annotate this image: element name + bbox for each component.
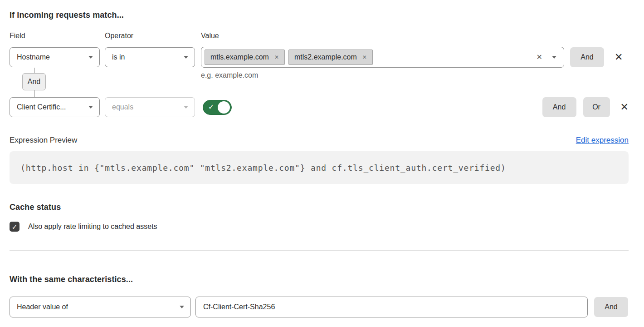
condition-row-2: Client Certific... equals ✓ And Or ✕ bbox=[10, 97, 629, 117]
value-multiselect[interactable]: mtls.example.com ✕ mtls2.example.com ✕ ✕ bbox=[201, 47, 564, 68]
value-tag: mtls2.example.com ✕ bbox=[288, 50, 373, 65]
chevron-down-icon bbox=[88, 56, 93, 59]
connector-and-button[interactable]: And bbox=[22, 73, 46, 90]
value-hint: e.g. example.com bbox=[201, 71, 258, 79]
chevron-down-icon bbox=[180, 306, 184, 308]
expression-preview-header: Expression Preview Edit expression bbox=[10, 136, 629, 145]
expression-preview-label: Expression Preview bbox=[10, 136, 77, 145]
column-labels: Field Operator Value bbox=[10, 32, 629, 40]
characteristics-title: With the same characteristics... bbox=[10, 275, 629, 284]
cache-checkbox-label: Also apply rate limiting to cached asset… bbox=[28, 223, 157, 231]
characteristic-select[interactable]: Header value of bbox=[10, 297, 191, 317]
multiselect-controls: ✕ bbox=[537, 54, 556, 61]
remove-tag-icon[interactable]: ✕ bbox=[274, 54, 279, 60]
field-select-1-value: Hostname bbox=[17, 53, 50, 61]
value-tag: mtls.example.com ✕ bbox=[205, 50, 285, 65]
expression-code-block: (http.host in {"mtls.example.com" "mtls2… bbox=[10, 151, 629, 184]
operator-column-label: Operator bbox=[105, 32, 201, 40]
chevron-down-icon bbox=[184, 106, 188, 109]
chevron-down-icon[interactable] bbox=[552, 56, 556, 59]
characteristic-select-value: Header value of bbox=[17, 303, 68, 311]
field-select-2-value: Client Certific... bbox=[17, 103, 66, 111]
close-icon[interactable]: ✕ bbox=[615, 52, 623, 62]
operator-select-2: equals bbox=[105, 97, 195, 117]
value-tag-text: mtls.example.com bbox=[210, 53, 269, 61]
value-column-label: Value bbox=[201, 32, 219, 40]
condition-row-1: Hostname is in mtls.example.com ✕ mtls2.… bbox=[10, 47, 629, 68]
operator-select-1[interactable]: is in bbox=[105, 47, 195, 67]
field-select-1[interactable]: Hostname bbox=[10, 47, 100, 67]
characteristics-row: Header value of And bbox=[10, 297, 629, 317]
section-divider bbox=[10, 250, 629, 251]
and-button-row1[interactable]: And bbox=[570, 47, 604, 67]
operator-select-2-value: equals bbox=[112, 103, 133, 111]
rule-builder: If incoming requests match... Field Oper… bbox=[0, 0, 644, 317]
expression-code: (http.host in {"mtls.example.com" "mtls2… bbox=[20, 163, 506, 173]
checkmark-icon: ✓ bbox=[12, 223, 18, 230]
cache-checkbox-row: ✓ Also apply rate limiting to cached ass… bbox=[10, 222, 629, 232]
check-icon: ✓ bbox=[208, 104, 214, 111]
clear-icon[interactable]: ✕ bbox=[537, 54, 542, 61]
toggle-knob bbox=[218, 101, 230, 114]
chevron-down-icon bbox=[88, 106, 93, 109]
close-icon[interactable]: ✕ bbox=[620, 102, 629, 112]
cert-verified-toggle[interactable]: ✓ bbox=[203, 100, 232, 115]
header-name-input[interactable] bbox=[195, 297, 588, 317]
edit-expression-link[interactable]: Edit expression bbox=[576, 136, 629, 145]
row-connector-area: e.g. example.com And bbox=[10, 68, 629, 97]
remove-tag-icon[interactable]: ✕ bbox=[362, 54, 367, 60]
operator-select-1-value: is in bbox=[112, 53, 125, 61]
and-button-row2[interactable]: And bbox=[542, 97, 576, 117]
field-column-label: Field bbox=[10, 32, 105, 40]
match-section-title: If incoming requests match... bbox=[10, 10, 629, 20]
chevron-down-icon bbox=[184, 56, 188, 59]
cache-status-title: Cache status bbox=[10, 203, 629, 212]
value-tag-text: mtls2.example.com bbox=[294, 53, 357, 61]
and-button-characteristics[interactable]: And bbox=[594, 297, 628, 317]
cached-assets-checkbox[interactable]: ✓ bbox=[10, 222, 20, 232]
field-select-2[interactable]: Client Certific... bbox=[10, 97, 100, 117]
or-button-row2[interactable]: Or bbox=[583, 97, 610, 117]
